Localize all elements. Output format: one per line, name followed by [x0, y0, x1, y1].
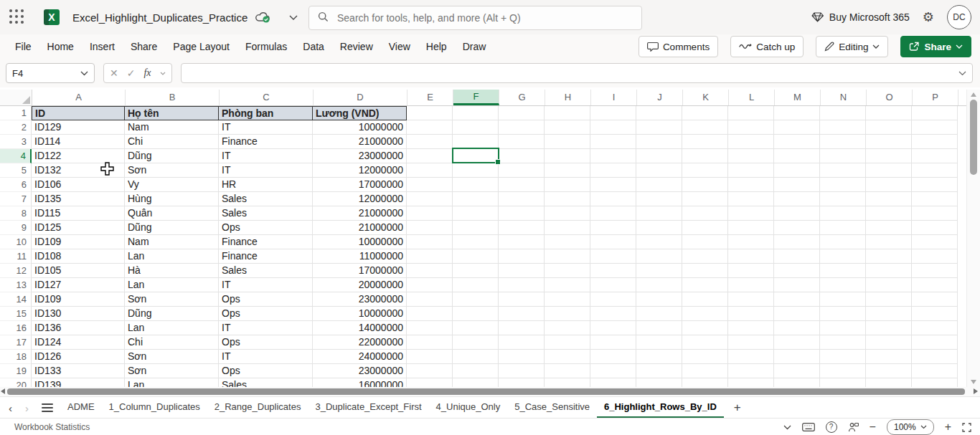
cell-B13[interactable]: Lan [125, 278, 219, 292]
cell-O18[interactable] [866, 350, 912, 364]
cell-M10[interactable] [774, 235, 820, 249]
comments-button[interactable]: Comments [639, 36, 718, 57]
all-sheets-menu-icon[interactable] [42, 403, 53, 412]
cell-F2[interactable] [453, 120, 499, 135]
cell-M8[interactable] [774, 206, 820, 221]
cell-M3[interactable] [774, 135, 820, 149]
cell-G9[interactable] [499, 221, 545, 235]
column-header-B[interactable]: B [126, 90, 220, 105]
cell-N13[interactable] [820, 278, 866, 292]
cell-A16[interactable]: ID136 [32, 321, 125, 335]
cell-I8[interactable] [590, 206, 636, 221]
keyboard-shortcuts-icon[interactable] [802, 423, 815, 431]
cell-G20[interactable] [499, 378, 545, 387]
cell-L17[interactable] [728, 335, 774, 350]
cell-O10[interactable] [866, 235, 912, 249]
cell-L3[interactable] [728, 135, 774, 149]
sheet-tab-6-highlight-rows-by-id[interactable]: 6_Highlight_Rows_By_ID [597, 397, 724, 419]
row-header-1[interactable]: 1 [0, 106, 32, 120]
cell-H6[interactable] [545, 178, 590, 192]
sheet-tab-3-duplicate-except-first[interactable]: 3_Duplicate_Except_First [308, 397, 428, 419]
status-chevron-down-icon[interactable] [783, 425, 791, 430]
cell-F20[interactable] [453, 378, 499, 387]
cell-O1[interactable] [866, 106, 912, 120]
cell-F18[interactable] [453, 350, 499, 364]
cell-O15[interactable] [866, 307, 912, 321]
cell-C4[interactable]: IT [219, 149, 313, 163]
cell-O20[interactable] [866, 378, 912, 387]
cell-L20[interactable] [728, 378, 774, 387]
cell-C3[interactable]: Finance [219, 135, 313, 149]
column-header-C[interactable]: C [220, 90, 314, 105]
cell-A3[interactable]: ID114 [32, 135, 125, 149]
vertical-scrollbar-thumb[interactable] [970, 100, 977, 175]
cell-E14[interactable] [407, 292, 453, 307]
cell-A1[interactable]: ID [32, 106, 125, 120]
app-launcher-waffle-icon[interactable] [9, 9, 25, 25]
row-header-2[interactable]: 2 [0, 120, 32, 135]
cell-E13[interactable] [407, 278, 453, 292]
row-header-16[interactable]: 16 [0, 321, 32, 335]
cell-E18[interactable] [407, 350, 453, 364]
cell-A9[interactable]: ID125 [32, 221, 125, 235]
cell-E9[interactable] [407, 221, 453, 235]
cell-H4[interactable] [545, 149, 590, 163]
cell-C20[interactable]: Sales [219, 378, 313, 387]
cell-K17[interactable] [682, 335, 728, 350]
zoom-level-select[interactable]: 100% [887, 419, 934, 435]
cell-J5[interactable] [636, 163, 682, 178]
cell-O8[interactable] [866, 206, 912, 221]
cell-D17[interactable]: 22000000 [313, 335, 407, 350]
cell-I13[interactable] [590, 278, 636, 292]
cell-B3[interactable]: Chi [125, 135, 219, 149]
row-header-15[interactable]: 15 [0, 307, 32, 321]
cell-E12[interactable] [407, 264, 453, 278]
row-header-18[interactable]: 18 [0, 350, 32, 364]
cell-I12[interactable] [590, 264, 636, 278]
cell-F11[interactable] [453, 249, 499, 264]
cell-F3[interactable] [453, 135, 499, 149]
cell-C17[interactable]: Ops [219, 335, 313, 350]
cell-L4[interactable] [728, 149, 774, 163]
cell-G14[interactable] [499, 292, 545, 307]
cell-D20[interactable]: 16000000 [313, 378, 407, 387]
row-header-11[interactable]: 11 [0, 249, 32, 264]
cell-I4[interactable] [590, 149, 636, 163]
cell-M11[interactable] [774, 249, 820, 264]
cell-O5[interactable] [866, 163, 912, 178]
cell-F13[interactable] [453, 278, 499, 292]
cell-P20[interactable] [912, 378, 958, 387]
cell-D13[interactable]: 20000000 [313, 278, 407, 292]
cell-B1[interactable]: Họ tên [125, 106, 219, 120]
cell-A11[interactable]: ID108 [32, 249, 125, 264]
cell-P16[interactable] [912, 321, 958, 335]
column-header-F[interactable]: F [453, 90, 499, 105]
row-header-20[interactable]: 20 [0, 378, 32, 387]
cell-G16[interactable] [499, 321, 545, 335]
column-header-J[interactable]: J [637, 90, 683, 105]
menu-tab-insert[interactable]: Insert [82, 34, 123, 59]
cell-E2[interactable] [407, 120, 453, 135]
cell-D15[interactable]: 10000000 [313, 307, 407, 321]
cell-F1[interactable] [453, 106, 499, 120]
cell-I19[interactable] [590, 364, 636, 378]
cell-C5[interactable]: IT [219, 163, 313, 178]
cell-F17[interactable] [453, 335, 499, 350]
cell-P5[interactable] [912, 163, 958, 178]
cell-M6[interactable] [774, 178, 820, 192]
cell-P4[interactable] [912, 149, 958, 163]
row-header-8[interactable]: 8 [0, 206, 32, 221]
cell-A13[interactable]: ID127 [32, 278, 125, 292]
cell-C6[interactable]: HR [219, 178, 313, 192]
cell-H10[interactable] [545, 235, 590, 249]
cell-M14[interactable] [774, 292, 820, 307]
row-header-13[interactable]: 13 [0, 278, 32, 292]
cell-J16[interactable] [636, 321, 682, 335]
cell-K7[interactable] [682, 192, 728, 206]
menu-tab-view[interactable]: View [381, 34, 418, 59]
cell-M20[interactable] [774, 378, 820, 387]
cell-A19[interactable]: ID133 [32, 364, 125, 378]
cell-K10[interactable] [682, 235, 728, 249]
cell-F5[interactable] [453, 163, 499, 178]
cell-P14[interactable] [912, 292, 958, 307]
